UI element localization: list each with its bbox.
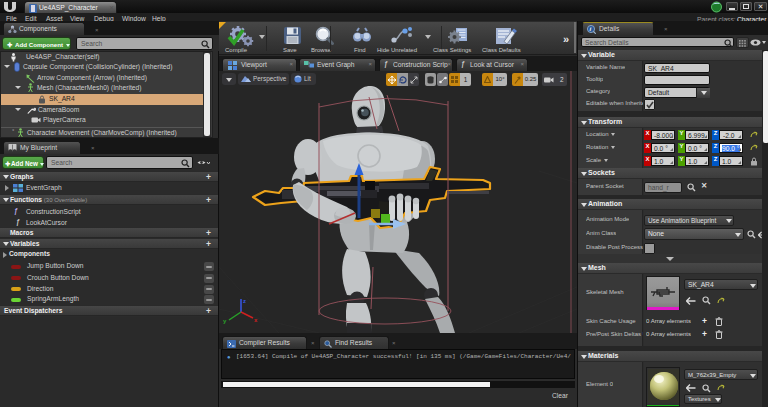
svg-text:z: z xyxy=(243,298,246,304)
svg-text:y: y xyxy=(223,318,227,324)
